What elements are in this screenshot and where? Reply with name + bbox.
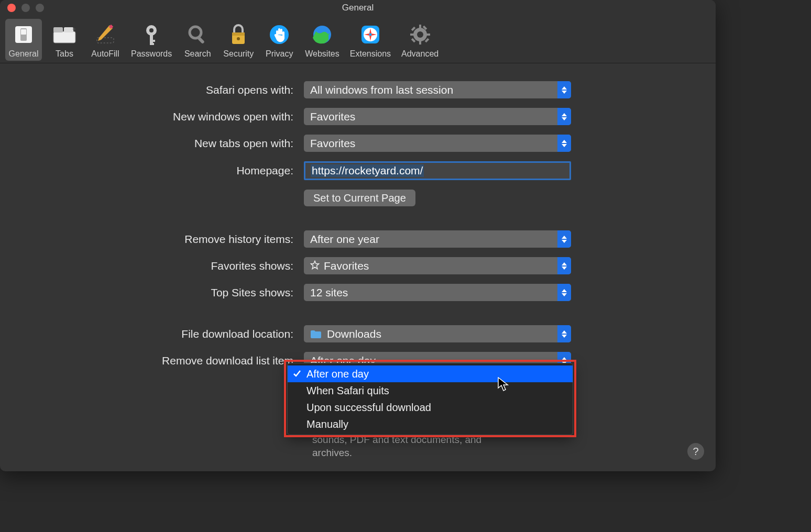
- chevron-updown-icon: [557, 325, 571, 342]
- checkmark-icon: [293, 369, 301, 381]
- svg-marker-46: [562, 267, 567, 270]
- svg-rect-30: [426, 34, 430, 36]
- tab-label: Passwords: [131, 49, 172, 59]
- svg-marker-40: [562, 140, 567, 143]
- popup-top-sites-shows[interactable]: 12 sites: [304, 284, 571, 301]
- titlebar: General: [0, 0, 716, 16]
- menu-item-when-safari-quits[interactable]: When Safari quits: [288, 382, 573, 399]
- puzzle-icon: [358, 22, 383, 47]
- tab-extensions[interactable]: Extensions: [347, 19, 394, 61]
- tab-websites[interactable]: Websites: [302, 19, 343, 61]
- label-remove-history: Remove history items:: [10, 233, 304, 246]
- label-homepage: Homepage:: [10, 164, 304, 177]
- svg-marker-51: [562, 357, 567, 360]
- tab-security[interactable]: Security: [220, 19, 257, 61]
- menu-item-label: Upon successful download: [306, 402, 431, 414]
- set-to-current-page-button[interactable]: Set to Current Page: [304, 190, 415, 206]
- svg-marker-44: [311, 261, 319, 269]
- remove-downloads-menu[interactable]: After one day When Safari quits Upon suc…: [287, 363, 573, 435]
- popup-new-tabs[interactable]: Favorites: [304, 135, 571, 152]
- tab-tabs[interactable]: + Tabs: [46, 19, 83, 61]
- globe-icon: [310, 22, 335, 47]
- popup-value: Downloads: [327, 328, 381, 340]
- svg-marker-41: [562, 144, 567, 147]
- label-new-tabs: New tabs open with:: [10, 137, 304, 150]
- svg-point-11: [149, 28, 154, 32]
- tab-autofill[interactable]: AutoFill: [87, 19, 124, 61]
- menu-item-after-one-day[interactable]: After one day: [288, 365, 573, 382]
- key-icon: [139, 22, 164, 47]
- tab-label: Extensions: [350, 49, 391, 59]
- tab-advanced[interactable]: Advanced: [398, 19, 442, 61]
- menu-item-label: After one day: [306, 368, 369, 380]
- popup-value: 12 sites: [310, 286, 348, 299]
- tab-label: General: [9, 49, 39, 59]
- popup-safari-opens-with[interactable]: All windows from last session: [304, 81, 571, 98]
- tab-general[interactable]: General: [5, 19, 42, 61]
- svg-rect-14: [150, 43, 154, 45]
- tab-privacy[interactable]: Privacy: [261, 19, 298, 61]
- label-download-location: File download location:: [10, 328, 304, 340]
- homepage-field[interactable]: https://rocketyard.com/: [304, 161, 571, 180]
- tab-search[interactable]: Search: [179, 19, 216, 61]
- svg-rect-4: [53, 27, 63, 32]
- preferences-window: General General + Tab: [0, 0, 716, 471]
- chevron-updown-icon: [557, 81, 571, 98]
- tab-label: Security: [223, 49, 254, 59]
- chevron-updown-icon: [557, 257, 571, 274]
- tab-label: Search: [184, 49, 211, 59]
- hand-icon: [267, 22, 292, 47]
- tab-label: AutoFill: [91, 49, 119, 59]
- menu-item-manually[interactable]: Manually: [288, 416, 573, 433]
- svg-marker-42: [562, 236, 567, 239]
- autofill-icon: [93, 22, 118, 47]
- homepage-value: https://rocketyard.com/: [311, 164, 424, 177]
- popup-value: All windows from last session: [310, 84, 453, 96]
- popup-remove-history[interactable]: After one year: [304, 230, 571, 248]
- popup-download-location[interactable]: Downloads: [304, 325, 571, 342]
- preferences-toolbar: General + Tabs AutoFill: [0, 16, 716, 63]
- tab-passwords[interactable]: Passwords: [128, 19, 175, 61]
- svg-marker-50: [562, 335, 567, 338]
- svg-marker-37: [562, 91, 567, 94]
- svg-text:+: +: [72, 26, 76, 33]
- svg-marker-49: [562, 330, 567, 334]
- label-remove-downloads: Remove download list item: [10, 354, 304, 367]
- svg-point-15: [190, 27, 201, 38]
- menu-item-label: Manually: [306, 418, 348, 430]
- button-label: Set to Current Page: [313, 192, 406, 204]
- svg-marker-47: [562, 289, 567, 292]
- svg-marker-36: [562, 86, 567, 90]
- window-title: General: [0, 3, 716, 13]
- popup-value: Favorites: [310, 110, 355, 123]
- svg-rect-29: [410, 34, 414, 36]
- svg-marker-48: [562, 293, 567, 296]
- menu-item-upon-successful-download[interactable]: Upon successful download: [288, 399, 573, 416]
- svg-rect-18: [232, 32, 245, 36]
- label-favorites-shows: Favorites shows:: [10, 260, 304, 272]
- menu-item-label: When Safari quits: [306, 385, 389, 397]
- popup-new-windows[interactable]: Favorites: [304, 108, 571, 125]
- svg-rect-28: [419, 40, 421, 45]
- lock-icon: [226, 22, 251, 47]
- svg-marker-43: [562, 240, 567, 243]
- svg-point-25: [369, 34, 371, 36]
- chevron-updown-icon: [557, 230, 571, 248]
- tab-label: Privacy: [266, 49, 293, 59]
- svg-marker-38: [562, 113, 567, 116]
- popup-favorites-shows[interactable]: Favorites: [304, 257, 571, 274]
- svg-rect-13: [150, 40, 155, 42]
- tab-label: Advanced: [401, 49, 439, 59]
- chevron-updown-icon: [557, 135, 571, 152]
- chevron-updown-icon: [557, 284, 571, 301]
- tabs-icon: +: [52, 22, 77, 47]
- popup-value: Favorites: [310, 137, 355, 150]
- svg-marker-39: [562, 117, 567, 120]
- svg-point-35: [417, 31, 423, 38]
- folder-icon: [310, 329, 322, 339]
- chevron-updown-icon: [557, 108, 571, 125]
- svg-rect-3: [53, 31, 75, 43]
- svg-marker-45: [562, 262, 567, 265]
- svg-rect-2: [21, 29, 26, 35]
- help-button[interactable]: ?: [687, 443, 704, 460]
